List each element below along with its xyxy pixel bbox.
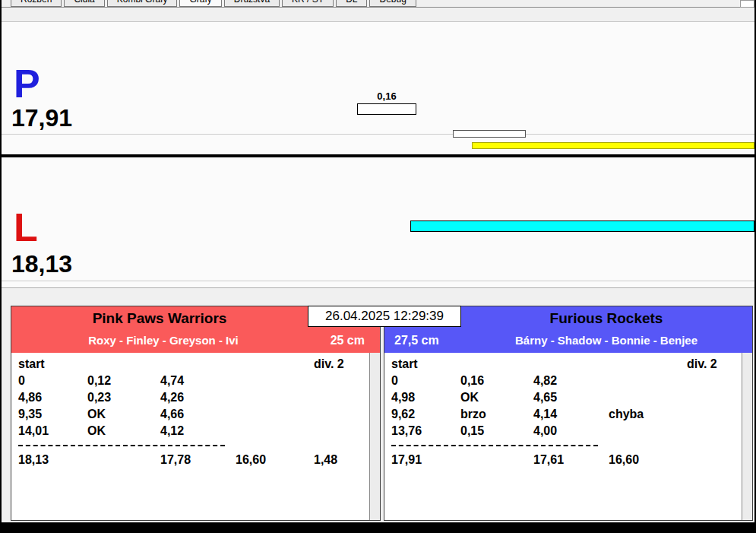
window-corner-box (740, 0, 754, 8)
table-cell: 4,66 (160, 406, 184, 423)
total-best-time: 16,60 (609, 452, 639, 468)
table-cell: 4,26 (160, 389, 184, 406)
table-cell: 4,00 (533, 423, 557, 439)
tab-kr-st[interactable]: KR / ST (282, 0, 334, 7)
table-cell: 0,15 (460, 423, 484, 439)
total-time: 18,13 (18, 452, 49, 468)
window-border-left (0, 0, 2, 533)
tab-druzstva[interactable]: Družstva (224, 0, 280, 7)
app-window: Rozběh Čidla Kombi Grafy Grafy Družstva … (0, 0, 756, 533)
table-header-row: start div. 2 (11, 356, 369, 373)
team-left-results-table: start div. 2 0 0,12 4,74 4,86 0,23 4,26 … (11, 353, 380, 520)
team-right-dogs: Bárny - Shadow - Bonnie - Benjee (460, 329, 752, 353)
lane-l-progress-bar (410, 220, 754, 232)
scrollbar[interactable] (369, 353, 380, 520)
tab-dl[interactable]: DL (336, 0, 367, 7)
table-cell: 14,01 (18, 423, 49, 439)
table-row: 13,76 0,15 4,00 (384, 423, 742, 439)
table-row: 0 0,16 4,82 (384, 373, 742, 389)
start-label: start (18, 356, 45, 373)
team-right-table-content: start div. 2 0 0,16 4,82 4,98 OK 4,65 9,… (384, 356, 742, 468)
scrollbar[interactable] (742, 353, 752, 520)
team-left-table-content: start div. 2 0 0,12 4,74 4,86 0,23 4,26 … (11, 356, 369, 468)
table-cell: 4,74 (160, 373, 184, 389)
dashed-separator (18, 445, 225, 446)
tab-kombi-grafy[interactable]: Kombi Grafy (107, 0, 178, 7)
table-cell: 4,98 (391, 389, 415, 406)
table-cell: 0 (18, 373, 25, 389)
lane-l-gridline (2, 281, 754, 281)
team-right-header-row2: 27,5 cm Bárny - Shadow - Bonnie - Benjee (384, 329, 752, 353)
table-cell: 9,35 (18, 406, 42, 423)
team-left-dogs: Roxy - Finley - Greyson - Ivi (11, 329, 315, 353)
table-cell: 4,12 (160, 423, 184, 439)
table-cell: 0,23 (87, 389, 111, 406)
total-clean-time: 17,78 (160, 452, 191, 468)
sensor-marker-box (453, 130, 526, 138)
table-total-row: 17,91 17,61 16,60 (384, 452, 742, 468)
table-cell: chyba (609, 406, 644, 423)
tab-bar-underline (0, 7, 756, 8)
team-right-results-table: start div. 2 0 0,16 4,82 4,98 OK 4,65 9,… (384, 353, 752, 520)
table-header-row: start div. 2 (384, 356, 742, 373)
lane-p-panel: P 17,91 0,16 (2, 22, 754, 154)
division-label: div. 2 (687, 356, 717, 373)
table-row: 4,98 OK 4,65 (384, 389, 742, 406)
table-row: 0 0,12 4,74 (11, 373, 369, 389)
lane-p-gridline (2, 134, 754, 135)
table-cell: 0,16 (460, 373, 484, 389)
tab-grafy[interactable]: Grafy (179, 0, 221, 7)
team-left-header-row2: Roxy - Finley - Greyson - Ivi 25 cm (11, 329, 380, 353)
start-label: start (391, 356, 418, 373)
tab-rozbeh[interactable]: Rozběh (11, 0, 62, 7)
table-row: 4,86 0,23 4,26 (11, 389, 369, 406)
total-clean-time: 17,61 (533, 452, 564, 468)
team-left-jump-height: 25 cm (331, 329, 365, 351)
lane-p-progress-bar (472, 142, 754, 149)
table-cell: OK (87, 406, 106, 423)
table-cell: 0 (391, 373, 398, 389)
team-card-left: Pink Paws Warriors Roxy - Finley - Greys… (11, 306, 381, 521)
table-cell: brzo (460, 406, 486, 423)
total-time: 17,91 (391, 452, 422, 468)
tab-debug[interactable]: Debug (369, 0, 416, 7)
split-time-label: 0,16 (357, 90, 416, 102)
table-cell: 4,65 (533, 389, 557, 406)
table-cell: 4,82 (533, 373, 557, 389)
lane-p-label: P (14, 64, 40, 103)
lane-l-panel: L 18,13 (2, 157, 754, 288)
tab-cidla[interactable]: Čidla (64, 0, 104, 7)
lane-l-time: 18,13 (11, 252, 72, 276)
total-diff: 1,48 (314, 452, 337, 468)
team-right-jump-height: 27,5 cm (394, 329, 439, 351)
timestamp-box: 26.04.2025 12:29:39 (308, 306, 461, 327)
table-cell: 4,14 (533, 406, 557, 423)
table-row: 9,62 brzo 4,14 chyba (384, 406, 742, 423)
team-card-right: Furious Rockets 27,5 cm Bárny - Shadow -… (384, 306, 753, 521)
table-cell: 13,76 (391, 423, 422, 439)
table-cell: 4,86 (18, 389, 42, 406)
table-cell: OK (87, 423, 106, 439)
division-label: div. 2 (314, 356, 344, 373)
team-right-name: Furious Rockets (460, 306, 752, 329)
lane-l-label: L (14, 208, 38, 247)
table-cell: OK (460, 389, 479, 406)
team-left-name: Pink Paws Warriors (11, 306, 308, 329)
tab-bar: Rozběh Čidla Kombi Grafy Grafy Družstva … (11, 0, 416, 7)
table-row: 14,01 OK 4,12 (11, 423, 369, 439)
split-time-box (357, 103, 416, 115)
table-cell: 9,62 (391, 406, 415, 423)
dashed-separator (391, 445, 598, 446)
table-row: 9,35 OK 4,66 (11, 406, 369, 423)
window-bottom-bar (0, 522, 756, 533)
total-best-time: 16,60 (236, 452, 266, 468)
table-total-row: 18,13 17,78 16,60 1,48 (11, 452, 369, 468)
table-cell: 0,12 (87, 373, 111, 389)
lane-p-time: 17,91 (11, 106, 72, 130)
